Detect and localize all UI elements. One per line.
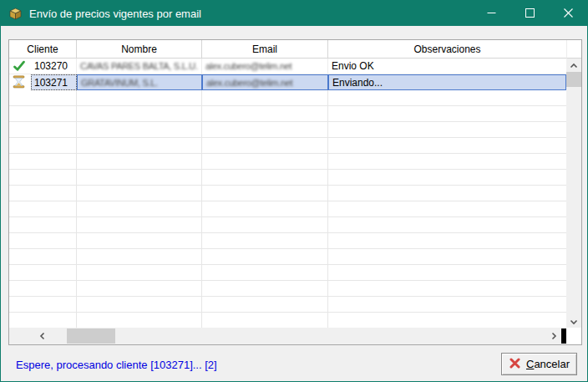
cancel-button[interactable]: Cancelar	[501, 353, 577, 375]
titlebar[interactable]: Envío de precios vigentes por email	[1, 1, 587, 26]
window-controls	[472, 1, 587, 26]
cell-observaciones[interactable]: Enviando...	[328, 74, 566, 90]
cell-nombre[interactable]: GRATAVINUM, S.L.	[77, 74, 202, 90]
check-icon	[13, 59, 26, 74]
chevron-left-icon	[39, 329, 46, 344]
cell-email[interactable]: alex.cubero@telim.net	[202, 59, 328, 74]
column-header-nombre[interactable]: Nombre	[77, 40, 202, 58]
clients-grid: Cliente Nombre Email Observaciones 10327…	[8, 39, 582, 345]
scroll-right-button[interactable]	[547, 328, 560, 344]
cell-observaciones[interactable]: Envio OK	[328, 59, 566, 74]
close-button[interactable]	[549, 1, 587, 26]
column-header-cliente[interactable]: Cliente	[9, 40, 77, 58]
focused-cell-box: 103271	[31, 74, 77, 90]
cell-cliente[interactable]: 103270	[9, 59, 77, 74]
red-x-icon	[509, 358, 521, 371]
status-message: Espere, procesando cliente [103271]... […	[16, 359, 217, 371]
package-icon	[8, 8, 23, 20]
hourglass-icon	[13, 75, 25, 90]
window-title: Envío de precios vigentes por email	[29, 8, 201, 20]
nombre-text: GRATAVINUM, S.L.	[81, 78, 158, 88]
minimize-button[interactable]	[472, 1, 510, 26]
table-row[interactable]: 103270 CAVAS PARES BALTA, S.L.U. alex.cu…	[9, 59, 566, 74]
cliente-number: 103271	[34, 77, 68, 89]
vertical-scrollbar-thumb[interactable]	[566, 72, 581, 87]
cancel-button-label: Cancelar	[526, 358, 570, 370]
horizontal-scrollbar-thumb[interactable]	[67, 329, 115, 344]
email-send-dialog: Envío de precios vigentes por email Cli	[0, 0, 588, 382]
email-text: alex.cubero@telim.net	[206, 78, 292, 88]
column-header-email[interactable]: Email	[202, 40, 328, 58]
empty-grid-rows	[9, 90, 566, 328]
grid-header-row: Cliente Nombre Email Observaciones	[9, 40, 566, 59]
column-header-observaciones[interactable]: Observaciones	[328, 40, 566, 58]
scrollbar-header-spacer	[566, 40, 581, 59]
minimize-icon	[487, 6, 496, 21]
caret-marker	[561, 329, 566, 344]
chevron-right-icon	[550, 329, 557, 344]
table-row-selected[interactable]: 103271 GRATAVINUM, S.L. alex.cubero@teli…	[9, 74, 566, 90]
nombre-text: CAVAS PARES BALTA, S.L.U.	[80, 61, 198, 71]
cliente-number: 103270	[34, 60, 68, 72]
scroll-down-button[interactable]	[566, 314, 581, 328]
scroll-up-button[interactable]	[566, 59, 581, 72]
close-icon	[564, 6, 573, 21]
maximize-icon	[525, 6, 535, 21]
scroll-left-button[interactable]	[36, 328, 49, 344]
chevron-up-icon	[570, 58, 578, 73]
maximize-button[interactable]	[510, 1, 549, 26]
cell-cliente[interactable]: 103271	[9, 74, 77, 90]
cell-email[interactable]: alex.cubero@telim.net	[202, 74, 328, 90]
chevron-down-icon	[570, 313, 578, 329]
horizontal-scrollbar[interactable]	[9, 328, 566, 344]
vertical-scrollbar[interactable]	[566, 40, 581, 328]
email-text: alex.cubero@telim.net	[205, 61, 291, 71]
cell-nombre[interactable]: CAVAS PARES BALTA, S.L.U.	[77, 59, 202, 74]
